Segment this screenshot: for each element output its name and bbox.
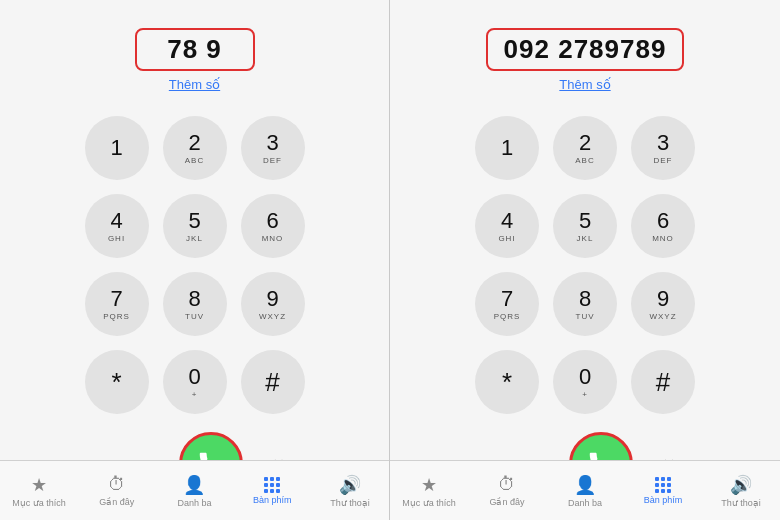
dial-key-8[interactable]: 8TUV <box>553 272 617 336</box>
dial-key-5[interactable]: 5JKL <box>163 194 227 258</box>
left-dialpad: 12ABC3DEF4GHI5JKL6MNO7PQRS8TUV9WXYZ*0+# <box>85 116 305 414</box>
dial-key-#[interactable]: # <box>241 350 305 414</box>
left-voicemail-label: Thư thoại <box>330 498 370 508</box>
dial-key-1[interactable]: 1 <box>85 116 149 180</box>
right-tab-bar: ★ Mục ưa thích ⏱ Gần đây 👤 Danh ba <box>390 460 780 520</box>
right-voicemail-label: Thư thoại <box>721 498 761 508</box>
right-them-so[interactable]: Thêm số <box>559 77 610 92</box>
dial-key-6[interactable]: 6MNO <box>631 194 695 258</box>
dial-key-2[interactable]: 2ABC <box>163 116 227 180</box>
left-recent-label: Gần đây <box>99 497 134 507</box>
right-tab-favorites[interactable]: ★ Mục ưa thích <box>390 474 468 508</box>
dial-key-0[interactable]: 0+ <box>163 350 227 414</box>
left-tab-voicemail[interactable]: 🔊 Thư thoại <box>311 474 389 508</box>
dial-key-7[interactable]: 7PQRS <box>85 272 149 336</box>
left-recent-icon: ⏱ <box>108 474 126 495</box>
left-contacts-icon: 👤 <box>183 474 205 496</box>
dial-key-#[interactable]: # <box>631 350 695 414</box>
dial-key-8[interactable]: 8TUV <box>163 272 227 336</box>
right-contacts-label: Danh ba <box>568 498 602 508</box>
dial-key-6[interactable]: 6MNO <box>241 194 305 258</box>
dial-key-3[interactable]: 3DEF <box>631 116 695 180</box>
right-tab-keypad[interactable]: Bàn phím <box>624 477 702 505</box>
dial-key-9[interactable]: 9WXYZ <box>631 272 695 336</box>
right-keypad-label: Bàn phím <box>644 495 683 505</box>
dial-key-3[interactable]: 3DEF <box>241 116 305 180</box>
dial-key-2[interactable]: 2ABC <box>553 116 617 180</box>
left-them-so[interactable]: Thêm số <box>169 77 220 92</box>
left-tab-bar: ★ Mục ưa thích ⏱ Gần đây 👤 Danh ba <box>0 460 389 520</box>
dial-key-7[interactable]: 7PQRS <box>475 272 539 336</box>
left-number-display: 78 9 <box>135 28 255 71</box>
phones-container: 78 9 Thêm số 12ABC3DEF4GHI5JKL6MNO7PQRS8… <box>0 0 780 520</box>
left-tab-favorites[interactable]: ★ Mục ưa thích <box>0 474 78 508</box>
right-favorites-icon: ★ <box>421 474 437 496</box>
dial-key-9[interactable]: 9WXYZ <box>241 272 305 336</box>
left-phone: 78 9 Thêm số 12ABC3DEF4GHI5JKL6MNO7PQRS8… <box>0 0 390 520</box>
right-contacts-icon: 👤 <box>574 474 596 496</box>
right-tab-recent[interactable]: ⏱ Gần đây <box>468 474 546 507</box>
right-dialpad: 12ABC3DEF4GHI5JKL6MNO7PQRS8TUV9WXYZ*0+# <box>475 116 695 414</box>
dial-key-*[interactable]: * <box>85 350 149 414</box>
left-favorites-label: Mục ưa thích <box>12 498 66 508</box>
left-voicemail-icon: 🔊 <box>339 474 361 496</box>
left-keypad-icon <box>264 477 280 493</box>
right-phone: 092 2789789 Thêm số 12ABC3DEF4GHI5JKL6MN… <box>390 0 780 520</box>
right-recent-label: Gần đây <box>489 497 524 507</box>
right-voicemail-icon: 🔊 <box>730 474 752 496</box>
left-contacts-label: Danh ba <box>177 498 211 508</box>
dial-key-5[interactable]: 5JKL <box>553 194 617 258</box>
right-tab-contacts[interactable]: 👤 Danh ba <box>546 474 624 508</box>
dial-key-4[interactable]: 4GHI <box>85 194 149 258</box>
dial-key-4[interactable]: 4GHI <box>475 194 539 258</box>
left-favorites-icon: ★ <box>31 474 47 496</box>
right-number-display: 092 2789789 <box>486 28 685 71</box>
dial-key-0[interactable]: 0+ <box>553 350 617 414</box>
left-keypad-label: Bàn phím <box>253 495 292 505</box>
left-tab-contacts[interactable]: 👤 Danh ba <box>156 474 234 508</box>
right-keypad-icon <box>655 477 671 493</box>
right-tab-voicemail[interactable]: 🔊 Thư thoại <box>702 474 780 508</box>
left-tab-keypad[interactable]: Bàn phím <box>233 477 311 505</box>
left-tab-recent[interactable]: ⏱ Gần đây <box>78 474 156 507</box>
dial-key-1[interactable]: 1 <box>475 116 539 180</box>
dial-key-*[interactable]: * <box>475 350 539 414</box>
right-recent-icon: ⏱ <box>498 474 516 495</box>
right-favorites-label: Mục ưa thích <box>402 498 456 508</box>
